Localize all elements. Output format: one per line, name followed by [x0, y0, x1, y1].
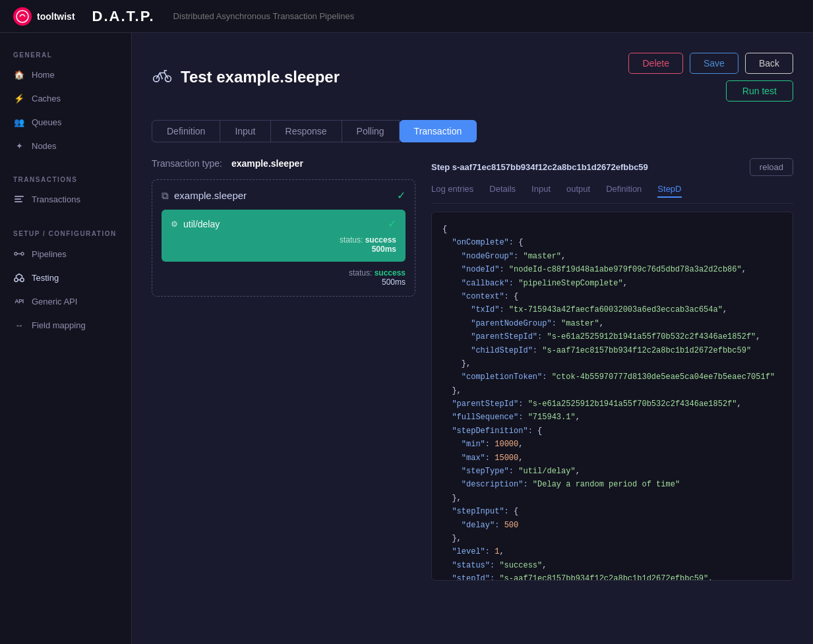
- sidebar-item-caches-label: Caches: [32, 94, 61, 103]
- sidebar-item-transactions-label: Transactions: [32, 194, 80, 204]
- home-icon: 🏠: [13, 69, 25, 80]
- sidebar-item-api-label: Generic API: [32, 297, 77, 307]
- sidebar-item-home-label: Home: [32, 70, 55, 80]
- app-subtitle: Distributed Asynchronous Transaction Pip…: [173, 11, 355, 21]
- sidebar-item-field-mapping[interactable]: ↔ Field mapping: [0, 313, 131, 337]
- transaction-type: Transaction type: example.sleeper: [152, 158, 415, 169]
- sub-tab-stepd[interactable]: StepD: [657, 184, 681, 198]
- sidebar-item-queues[interactable]: 👥 Queues: [0, 110, 131, 134]
- save-button[interactable]: Save: [690, 53, 738, 74]
- sidebar-item-nodes-label: Nodes: [32, 141, 57, 151]
- step-icon: ⚙: [171, 220, 178, 229]
- back-button[interactable]: Back: [745, 53, 793, 74]
- sub-tab-output[interactable]: output: [566, 184, 590, 198]
- transactions-section-label: TRANSACTIONS: [0, 171, 131, 187]
- sidebar-item-field-mapping-label: Field mapping: [32, 320, 86, 330]
- page-header: Test example.sleeper Delete Save Back Ru…: [152, 53, 793, 102]
- svg-point-12: [162, 78, 163, 80]
- logo: tooltwist: [13, 7, 75, 26]
- copy-icon: ⧉: [162, 190, 169, 202]
- page-title: Test example.sleeper: [181, 68, 340, 86]
- tx-check-icon: ✓: [397, 189, 406, 202]
- sidebar-item-caches[interactable]: ⚡ Caches: [0, 86, 131, 110]
- sidebar-item-nodes[interactable]: ✦ Nodes: [0, 134, 131, 158]
- step-title: util/delay: [183, 219, 220, 229]
- json-viewer: { "onComplete": { "nodeGroup": "master",…: [431, 212, 793, 581]
- svg-point-5: [21, 252, 24, 255]
- transactions-icon: [13, 193, 25, 205]
- app-title: D.A.T.P.: [92, 8, 155, 25]
- left-panel: Transaction type: example.sleeper ⧉ exam…: [152, 158, 415, 581]
- step-status: status: success500ms: [171, 235, 396, 254]
- sub-tab-definition[interactable]: Definition: [606, 184, 642, 198]
- step-card-header: ⚙ util/delay ✓: [171, 218, 396, 230]
- step-header: Step s-aaf71ec8157bb934f12c2a8bc1b1d2672…: [431, 158, 793, 176]
- tx-card-header: ⧉ example.sleeper ✓: [162, 189, 406, 202]
- page-title-row: Test example.sleeper: [152, 65, 340, 89]
- sidebar-item-generic-api[interactable]: API Generic API: [0, 289, 131, 313]
- svg-point-7: [15, 278, 18, 281]
- setup-section-label: SETUP / CONFIGURATION: [0, 224, 131, 242]
- reload-button[interactable]: reload: [750, 158, 793, 176]
- tx-card-title: ⧉ example.sleeper: [162, 190, 247, 202]
- svg-point-0: [16, 11, 28, 22]
- run-test-button[interactable]: Run test: [726, 80, 793, 102]
- field-mapping-icon: ↔: [13, 319, 25, 331]
- svg-rect-2: [15, 198, 21, 200]
- svg-point-8: [20, 278, 24, 281]
- sub-tab-input[interactable]: Input: [531, 184, 551, 198]
- transaction-type-label: Transaction type:: [152, 158, 222, 169]
- tab-response[interactable]: Response: [271, 120, 342, 142]
- sidebar-item-queues-label: Queues: [32, 117, 62, 127]
- nodes-icon: ✦: [13, 140, 25, 152]
- sidebar-item-transactions[interactable]: Transactions: [0, 187, 131, 211]
- caches-icon: ⚡: [13, 92, 25, 104]
- delete-button[interactable]: Delete: [628, 53, 682, 74]
- step-check-icon: ✓: [388, 218, 396, 230]
- sidebar-item-pipelines[interactable]: Pipelines: [0, 242, 131, 266]
- transaction-card: ⧉ example.sleeper ✓ ⚙ util/delay ✓: [152, 179, 415, 297]
- logo-text: tooltwist: [37, 11, 75, 22]
- sidebar: GENERAL 🏠 Home ⚡ Caches 👥 Queues ✦ Nodes…: [0, 33, 132, 644]
- tx-card-name: example.sleeper: [174, 190, 247, 201]
- tab-input[interactable]: Input: [220, 120, 270, 142]
- sidebar-item-home[interactable]: 🏠 Home: [0, 63, 131, 86]
- sub-tab-bar: Log entries Details Input output Definit…: [431, 184, 793, 204]
- sidebar-item-pipelines-label: Pipelines: [32, 249, 67, 259]
- tab-polling[interactable]: Polling: [342, 120, 400, 142]
- sub-tab-details[interactable]: Details: [489, 184, 516, 198]
- right-panel: Step s-aaf71ec8157bb934f12c2a8bc1b1d2672…: [431, 158, 793, 581]
- transaction-type-value: example.sleeper: [231, 158, 303, 169]
- topbar: tooltwist D.A.T.P. Distributed Asynchron…: [0, 0, 813, 33]
- svg-rect-3: [15, 201, 22, 202]
- tab-definition[interactable]: Definition: [152, 120, 220, 142]
- logo-icon: [13, 7, 32, 26]
- testing-icon: [13, 272, 25, 283]
- sidebar-item-testing-label: Testing: [32, 273, 59, 283]
- main-content: Test example.sleeper Delete Save Back Ru…: [132, 33, 813, 644]
- api-icon: API: [13, 295, 25, 307]
- queues-icon: 👥: [13, 116, 25, 128]
- page-title-icon: [152, 65, 173, 89]
- tab-bar: Definition Input Response Polling Transa…: [152, 120, 793, 142]
- sub-tab-log-entries[interactable]: Log entries: [431, 184, 473, 198]
- svg-point-4: [15, 252, 17, 255]
- pipelines-icon: [13, 248, 25, 260]
- svg-rect-1: [15, 196, 24, 197]
- content-area: Transaction type: example.sleeper ⧉ exam…: [152, 158, 793, 581]
- sidebar-item-testing[interactable]: Testing: [0, 266, 131, 289]
- tab-transaction[interactable]: Transaction: [400, 120, 477, 142]
- general-section-label: GENERAL: [0, 46, 131, 63]
- outer-status: status: success500ms: [162, 268, 406, 287]
- step-card: ⚙ util/delay ✓ status: success500ms: [162, 210, 406, 262]
- step-id: Step s-aaf71ec8157bb934f12c2a8bc1b1d2672…: [431, 162, 648, 172]
- header-actions: Delete Save Back Run test: [628, 53, 793, 102]
